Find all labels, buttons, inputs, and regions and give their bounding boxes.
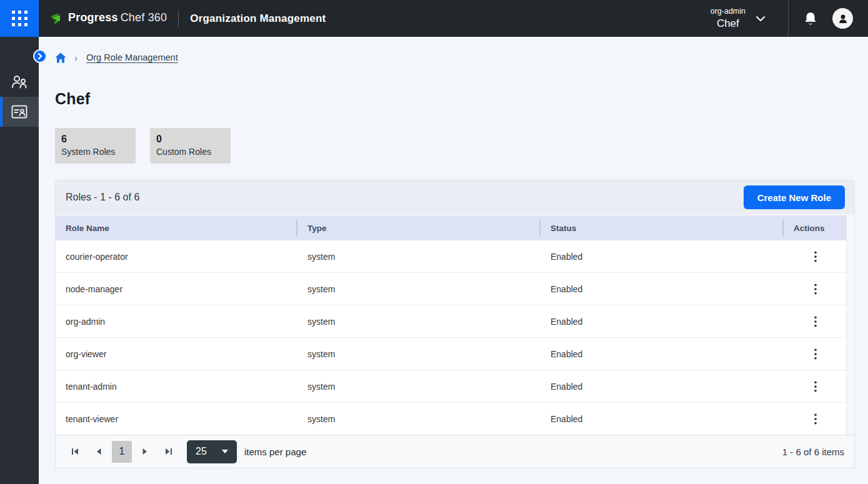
breadcrumb-link-org-role-management[interactable]: Org Role Management bbox=[86, 52, 178, 62]
previous-page-button[interactable] bbox=[89, 442, 108, 461]
table-row: courier-operator system Enabled bbox=[56, 240, 854, 273]
previous-page-icon bbox=[96, 448, 102, 455]
cell-status: Enabled bbox=[541, 403, 784, 435]
last-page-icon bbox=[164, 448, 173, 455]
table-header-row: Role Name Type Status Actions bbox=[56, 215, 854, 240]
dropdown-caret-icon bbox=[222, 450, 228, 453]
main-content: › Org Role Management Chef 6 System Role… bbox=[39, 37, 868, 484]
cell-status: Enabled bbox=[541, 305, 784, 337]
row-actions-menu-button[interactable] bbox=[807, 345, 824, 363]
first-page-icon bbox=[71, 448, 79, 455]
cell-type: system bbox=[297, 305, 541, 337]
cell-actions bbox=[784, 305, 847, 337]
last-page-button[interactable] bbox=[159, 442, 178, 461]
kebab-menu-icon bbox=[814, 348, 817, 360]
cell-actions bbox=[784, 370, 847, 402]
brand-product: Chef 360 bbox=[121, 11, 167, 24]
cell-role-name: org-admin bbox=[56, 305, 297, 337]
cell-status: Enabled bbox=[541, 240, 784, 272]
progress-logo-icon bbox=[49, 11, 64, 26]
column-header-type: Type bbox=[297, 215, 541, 240]
column-header-role-name: Role Name bbox=[56, 215, 297, 240]
stat-cards: 6 System Roles 0 Custom Roles bbox=[55, 128, 231, 164]
stat-value: 6 bbox=[61, 132, 129, 146]
row-actions-menu-button[interactable] bbox=[807, 313, 824, 330]
user-menu-button[interactable] bbox=[832, 8, 853, 29]
breadcrumb-separator-icon: › bbox=[74, 52, 77, 63]
org-switcher[interactable]: org-admin Chef bbox=[706, 4, 771, 32]
screen: Progress Chef 360 Organization Managemen… bbox=[0, 0, 868, 484]
home-icon bbox=[55, 52, 66, 63]
row-actions-menu-button[interactable] bbox=[807, 410, 824, 428]
next-page-icon bbox=[142, 448, 148, 455]
role-card-icon bbox=[11, 105, 27, 119]
org-role-label: org-admin bbox=[711, 7, 746, 16]
column-header-status: Status bbox=[541, 215, 784, 240]
page-size-dropdown[interactable]: 25 bbox=[187, 440, 237, 463]
sidebar-item-org-roles[interactable] bbox=[0, 97, 39, 127]
row-actions-menu-button[interactable] bbox=[807, 378, 824, 395]
app-launcher-button[interactable] bbox=[0, 0, 39, 37]
users-icon bbox=[11, 74, 28, 89]
table-row: tenant-admin system Enabled bbox=[56, 370, 854, 403]
cell-type: system bbox=[297, 240, 541, 272]
table-row: org-admin system Enabled bbox=[56, 305, 854, 338]
column-header-actions: Actions bbox=[784, 215, 847, 240]
cell-status: Enabled bbox=[541, 273, 784, 305]
kebab-menu-icon bbox=[814, 251, 817, 262]
items-range-label: 1 - 6 of 6 items bbox=[782, 447, 844, 457]
cell-type: system bbox=[297, 273, 541, 305]
avatar bbox=[832, 8, 853, 29]
bell-icon bbox=[804, 11, 817, 26]
cell-role-name: org-viewer bbox=[56, 338, 297, 370]
breadcrumb: › Org Role Management bbox=[55, 51, 178, 64]
apps-grid-icon bbox=[12, 11, 27, 26]
items-per-page-label: items per page bbox=[244, 447, 306, 457]
table-row: org-viewer system Enabled bbox=[56, 338, 854, 370]
sidebar-item-users[interactable] bbox=[0, 67, 39, 97]
stat-value: 0 bbox=[156, 132, 224, 146]
next-page-button[interactable] bbox=[136, 442, 154, 461]
topbar-divider bbox=[178, 11, 179, 27]
table-body: courier-operator system Enabled node-man… bbox=[56, 240, 854, 435]
person-icon bbox=[837, 13, 849, 24]
stat-card-system-roles: 6 System Roles bbox=[55, 128, 136, 164]
row-actions-menu-button[interactable] bbox=[807, 280, 824, 298]
cell-role-name: tenant-admin bbox=[56, 370, 297, 402]
breadcrumb-home-button[interactable] bbox=[55, 52, 66, 63]
app-title: Organization Management bbox=[190, 12, 326, 25]
row-actions-menu-button[interactable] bbox=[807, 248, 824, 265]
table-scrollbar-track[interactable] bbox=[846, 215, 854, 436]
pagination-bar: 1 25 bbox=[56, 435, 854, 468]
cell-role-name: tenant-viewer bbox=[56, 403, 297, 435]
topbar-section-divider bbox=[788, 0, 789, 37]
cell-type: system bbox=[297, 403, 541, 435]
sidebar-expand-button[interactable] bbox=[33, 49, 47, 63]
cell-actions bbox=[784, 338, 847, 370]
brand-logo: Progress Chef 360 bbox=[49, 11, 167, 26]
notifications-button[interactable] bbox=[804, 11, 817, 26]
org-switcher-labels: org-admin Chef bbox=[711, 7, 746, 30]
roles-panel: Roles - 1 - 6 of 6 Create New Role Role … bbox=[55, 180, 855, 468]
first-page-button[interactable] bbox=[66, 442, 84, 461]
top-header-bar: Progress Chef 360 Organization Managemen… bbox=[0, 0, 868, 37]
stat-label: System Roles bbox=[61, 146, 129, 158]
left-sidebar bbox=[0, 37, 39, 484]
create-new-role-button[interactable]: Create New Role bbox=[744, 185, 845, 209]
page-size-value: 25 bbox=[196, 446, 207, 457]
cell-type: system bbox=[297, 370, 541, 402]
cell-role-name: node-manager bbox=[56, 273, 297, 305]
stat-label: Custom Roles bbox=[156, 146, 224, 158]
kebab-menu-icon bbox=[814, 284, 817, 295]
cell-status: Enabled bbox=[541, 370, 784, 402]
brand-name: Progress bbox=[68, 11, 118, 24]
topbar-right: org-admin Chef bbox=[706, 0, 868, 37]
cell-status: Enabled bbox=[541, 338, 784, 370]
roles-panel-toolbar: Roles - 1 - 6 of 6 Create New Role bbox=[56, 180, 854, 215]
kebab-menu-icon bbox=[814, 316, 817, 327]
org-name-label: Chef bbox=[711, 17, 746, 30]
table-row: node-manager system Enabled bbox=[56, 273, 854, 305]
page-number-button[interactable]: 1 bbox=[112, 441, 132, 463]
table-row: tenant-viewer system Enabled bbox=[56, 403, 854, 435]
cell-actions bbox=[784, 273, 847, 305]
